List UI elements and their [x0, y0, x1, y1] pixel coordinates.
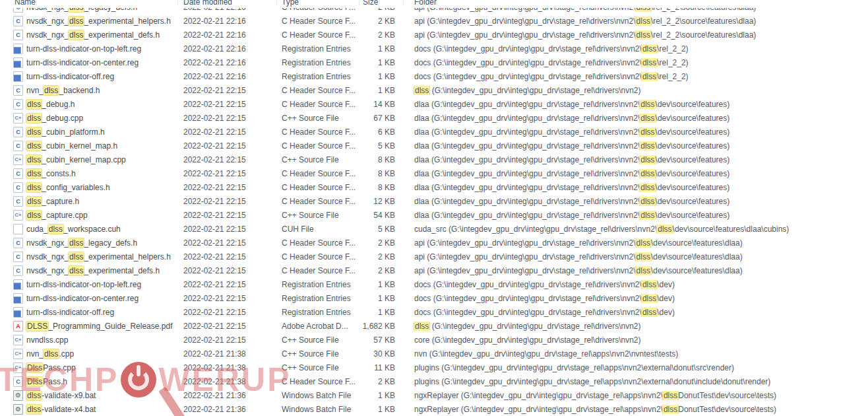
file-type: Registration Entries: [277, 58, 359, 67]
search-highlight: dlss: [640, 100, 655, 109]
file-size: 2 KB: [359, 238, 404, 248]
file-type: C Header Source F...: [277, 100, 359, 109]
file-name: turn-dlss-indicator-off.reg: [26, 72, 114, 81]
file-row[interactable]: ⚙dlss-validate-x9.bat2022-02-21 21:36Win…: [0, 388, 868, 402]
file-name: turn-dlss-indicator-on-top-left.reg: [26, 280, 141, 289]
file-name: turn-dlss-indicator-off.reg: [26, 308, 114, 317]
file-name: dlss_cubin_platform.h: [26, 127, 105, 137]
search-highlight: dlss: [69, 252, 84, 261]
file-name-cell: turn-dlss-indicator-off.reg: [0, 71, 178, 82]
search-highlight: dlss: [640, 114, 655, 123]
date-modified: 2022-02-21 22:16: [178, 44, 277, 53]
file-row[interactable]: Cdlss_consts.h2022-02-21 22:15C Header S…: [0, 166, 868, 180]
file-row[interactable]: Cnvsdk_ngx_dlss_experimental_defs.h2022-…: [0, 28, 868, 42]
c-header-file-icon: C: [13, 168, 23, 179]
c-header-file-icon: C: [13, 252, 23, 262]
registry-file-icon: [13, 293, 23, 304]
column-header-name[interactable]: Name: [0, 0, 178, 5]
date-modified: 2022-02-21 22:15: [178, 155, 277, 164]
file-name-cell: Cnvsdk_ngx_dlss_experimental_helpers.h: [0, 252, 178, 262]
file-row[interactable]: Cnvsdk_ngx_dlss_legacy_defs.h2022-02-21 …: [0, 236, 868, 250]
column-header-date-modified[interactable]: Date modified: [178, 0, 277, 5]
file-folder-path: nvn (G:\integdev_gpu_drv\integ\gpu_drv\s…: [404, 349, 868, 359]
file-folder-path: dlaa (G:\integdev_gpu_drv\integ\gpu_drv\…: [404, 183, 868, 192]
file-row[interactable]: turn-dlss-indicator-on-top-left.reg2022-…: [0, 277, 868, 291]
file-size: 2 KB: [359, 266, 404, 275]
file-size: 2 KB: [359, 30, 404, 40]
file-row[interactable]: C+dlss_debug.cpp2022-02-21 22:15C++ Sour…: [0, 111, 868, 125]
file-type: Registration Entries: [277, 308, 359, 317]
file-name-cell: turn-dlss-indicator-on-center.reg: [0, 57, 178, 68]
file-row[interactable]: Cdlss_capture.h2022-02-21 22:15C Header …: [0, 194, 868, 208]
file-name: turn-dlss-indicator-on-top-left.reg: [26, 44, 141, 53]
file-folder-path: docs (G:\integdev_gpu_drv\integ\gpu_drv\…: [404, 72, 868, 81]
file-row[interactable]: turn-dlss-indicator-on-center.reg2022-02…: [0, 291, 868, 305]
file-name-cell: turn-dlss-indicator-off.reg: [0, 307, 178, 318]
file-explorer-search-results: Name Date modified Type Size Folder Cnvs…: [0, 0, 868, 416]
column-header-size[interactable]: Size: [359, 0, 404, 5]
file-name-cell: Cnvsdk_ngx_dlss_experimental_defs.h: [0, 30, 178, 40]
file-row[interactable]: C+dlss_cubin_kernel_map.cpp2022-02-21 22…: [0, 153, 868, 166]
batch-file-icon: ⚙: [13, 390, 23, 401]
c-header-file-icon: C: [13, 16, 23, 26]
file-row[interactable]: ADLSS_Programming_Guide_Release.pdf2022-…: [0, 319, 868, 333]
date-modified: 2022-02-21 22:15: [178, 100, 277, 109]
file-folder-path: docs (G:\integdev_gpu_drv\integ\gpu_drv\…: [404, 44, 868, 53]
file-row[interactable]: Cnvsdk_ngx_dlss_experimental_helpers.h20…: [0, 250, 868, 263]
column-header-type[interactable]: Type: [277, 0, 359, 5]
file-name: cuda_dlss_workspace.cuh: [26, 225, 121, 234]
column-header-row: Name Date modified Type Size Folder: [0, 0, 868, 8]
file-row[interactable]: C+dlss_capture.cpp2022-02-21 22:15C++ So…: [0, 208, 868, 222]
search-highlight: dlss: [26, 100, 42, 109]
c-header-file-icon: C: [13, 85, 23, 96]
search-highlight: DLSS: [26, 322, 48, 331]
file-row[interactable]: Cdlss_debug.h2022-02-21 22:15C Header So…: [0, 97, 868, 111]
file-row[interactable]: Cnvsdk_ngx_dlss_legacy_defs.h2022-02-21 …: [0, 8, 868, 14]
file-row[interactable]: Cnvsdk_ngx_dlss_experimental_helpers.h20…: [0, 14, 868, 28]
file-row[interactable]: Cdlss_cubin_platform.h2022-02-21 22:15C …: [0, 125, 868, 139]
file-row[interactable]: cuda_dlss_workspace.cuh2022-02-21 22:15C…: [0, 222, 868, 236]
file-row[interactable]: C+DlssPass.cpp2022-02-21 21:38C++ Source…: [0, 361, 868, 374]
file-folder-path: docs (G:\integdev_gpu_drv\integ\gpu_drv\…: [404, 308, 868, 317]
file-row[interactable]: ⚙dlss-validate-x4.bat2022-02-21 21:36Win…: [0, 402, 868, 416]
file-row[interactable]: Cdlss_config_variables.h2022-02-21 22:15…: [0, 180, 868, 194]
file-name-cell: Cnvn_dlss_backend.h: [0, 85, 178, 96]
file-row[interactable]: C+nvndlss.cpp2022-02-21 22:15C++ Source …: [0, 333, 868, 347]
file-type: C Header Source F...: [277, 169, 359, 178]
date-modified: 2022-02-21 22:15: [178, 197, 277, 206]
file-type: C Header Source F...: [277, 197, 359, 206]
search-highlight: dlss: [69, 30, 84, 40]
file-name: DlssPass.h: [26, 377, 67, 386]
file-row[interactable]: Cnvsdk_ngx_dlss_experimental_defs.h2022-…: [0, 263, 868, 277]
pdf-file-icon: A: [13, 321, 23, 331]
file-type: Adobe Acrobat D...: [277, 322, 359, 331]
file-folder-path: dlaa (G:\integdev_gpu_drv\integ\gpu_drv\…: [404, 141, 868, 151]
search-highlight: dlss: [44, 349, 59, 359]
file-name-cell: Cnvsdk_ngx_dlss_experimental_helpers.h: [0, 16, 178, 26]
c-header-file-icon: C: [13, 127, 23, 137]
file-size: 1 KB: [359, 86, 404, 95]
file-type: C Header Source F...: [277, 127, 359, 137]
search-highlight: dlss: [26, 211, 42, 220]
file-type: Registration Entries: [277, 44, 359, 53]
file-row[interactable]: turn-dlss-indicator-off.reg2022-02-21 22…: [0, 69, 868, 83]
file-row[interactable]: turn-dlss-indicator-on-top-left.reg2022-…: [0, 42, 868, 55]
file-row[interactable]: Cnvn_dlss_backend.h2022-02-21 22:15C Hea…: [0, 83, 868, 97]
c-header-file-icon: C: [13, 8, 23, 13]
file-row[interactable]: C+nvn_dlss.cpp2022-02-21 21:38C++ Source…: [0, 347, 868, 361]
file-row[interactable]: turn-dlss-indicator-off.reg2022-02-21 22…: [0, 305, 868, 319]
file-row[interactable]: turn-dlss-indicator-on-center.reg2022-02…: [0, 55, 868, 69]
search-highlight: dlss: [636, 8, 651, 12]
file-folder-path: dlss (G:\integdev_gpu_drv\integ\gpu_drv\…: [404, 86, 868, 95]
clipped-file-row[interactable]: Cnvsdk_ngx_dlss_legacy_defs.h2022-02-21 …: [0, 8, 868, 14]
file-row[interactable]: CDlssPass.h2022-02-21 21:38C Header Sour…: [0, 374, 868, 388]
file-name: turn-dlss-indicator-on-center.reg: [26, 58, 139, 67]
file-name-cell: cuda_dlss_workspace.cuh: [0, 224, 178, 234]
file-size: 1 KB: [359, 405, 404, 414]
file-folder-path: dlaa (G:\integdev_gpu_drv\integ\gpu_drv\…: [404, 211, 868, 220]
column-header-folder[interactable]: Folder: [404, 0, 868, 5]
file-name-cell: Cnvsdk_ngx_dlss_experimental_defs.h: [0, 265, 178, 276]
file-name-cell: C+dlss_cubin_kernel_map.cpp: [0, 155, 178, 165]
file-row[interactable]: Cdlss_cubin_kernel_map.h2022-02-21 22:15…: [0, 139, 868, 153]
file-folder-path: dlaa (G:\integdev_gpu_drv\integ\gpu_drv\…: [404, 114, 868, 123]
